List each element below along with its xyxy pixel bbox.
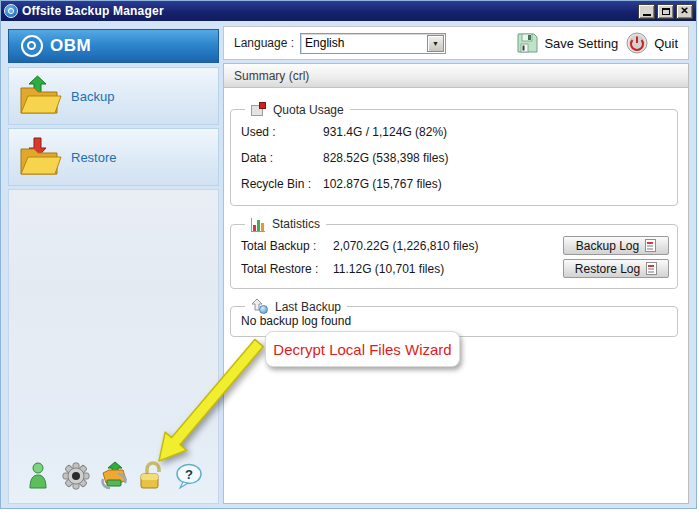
quota-usage-group: Quota Usage Used : 931.4G / 1,124G (82%)… (230, 102, 678, 206)
restore-folder-icon (9, 136, 71, 178)
maximize-icon (662, 8, 670, 15)
restore-log-button[interactable]: Restore Log (563, 259, 669, 278)
backup-log-button[interactable]: Backup Log (563, 236, 669, 255)
sidebar-item-label: Restore (71, 150, 117, 165)
obm-logo-icon (21, 35, 43, 57)
language-label: Language : (234, 36, 294, 50)
window-title: Offsite Backup Manager (22, 4, 638, 18)
quit-button[interactable]: Quit (626, 32, 678, 54)
last-backup-title: Last Backup (275, 300, 341, 314)
desktop-strip (0, 509, 699, 516)
stats-row-total-restore: Total Restore : 11.12G (10,701 files) Re… (241, 257, 669, 280)
app-window: Offsite Backup Manager ✕ OBM Backup (0, 0, 697, 509)
title-bar: Offsite Backup Manager ✕ (1, 1, 696, 21)
document-icon (646, 262, 657, 275)
annotation-callout-text: Decrypt Local Files Wizard (273, 341, 451, 358)
save-setting-button[interactable]: Save Setting (516, 32, 618, 54)
sidebar-item-label: Backup (71, 89, 114, 104)
obm-logo-text: OBM (50, 36, 91, 56)
annotation-arrow (121, 326, 281, 476)
backup-folder-icon (9, 75, 71, 117)
close-icon: ✕ (680, 6, 688, 16)
profile-icon (26, 461, 50, 491)
last-backup-icon (251, 299, 268, 314)
settings-button[interactable] (61, 459, 91, 493)
language-value: English (301, 36, 427, 50)
maximize-button[interactable] (657, 4, 674, 19)
app-icon (4, 4, 18, 18)
top-toolbar: Language : English ▼ Save Setting (223, 26, 689, 60)
close-button[interactable]: ✕ (676, 4, 693, 19)
annotation-callout: Decrypt Local Files Wizard (265, 331, 460, 367)
quota-row-recycle-bin: Recycle Bin : 102.87G (15,767 files) (241, 171, 669, 197)
sidebar-item-restore[interactable]: Restore (8, 128, 219, 186)
save-setting-label: Save Setting (544, 36, 618, 51)
language-select[interactable]: English ▼ (300, 33, 446, 54)
sidebar-item-backup[interactable]: Backup (8, 67, 219, 125)
summary-header: Summary (crl) (224, 64, 688, 88)
document-icon (645, 239, 656, 252)
power-icon (626, 32, 648, 54)
quota-row-data: Data : 828.52G (538,398 files) (241, 145, 669, 171)
gear-icon (61, 461, 91, 491)
statistics-group: Statistics Total Backup : 2,070.22G (1,2… (230, 216, 678, 289)
quit-label: Quit (654, 36, 678, 51)
minimize-icon (643, 14, 651, 16)
save-icon (516, 32, 538, 54)
statistics-title: Statistics (272, 217, 320, 231)
quota-usage-title: Quota Usage (273, 103, 344, 117)
last-backup-message: No backup log found (241, 314, 669, 328)
chevron-down-icon: ▼ (427, 35, 444, 52)
summary-panel: Summary (crl) Quota Usage Used : 931.4G … (223, 63, 689, 504)
quota-row-used: Used : 931.4G / 1,124G (82%) (241, 119, 669, 145)
statistics-icon (251, 218, 265, 232)
stats-row-total-backup: Total Backup : 2,070.22G (1,226,810 file… (241, 234, 669, 257)
quota-usage-icon (251, 102, 266, 117)
minimize-button[interactable] (638, 4, 655, 19)
profile-button[interactable] (23, 459, 53, 493)
obm-logo-banner: OBM (8, 29, 219, 63)
